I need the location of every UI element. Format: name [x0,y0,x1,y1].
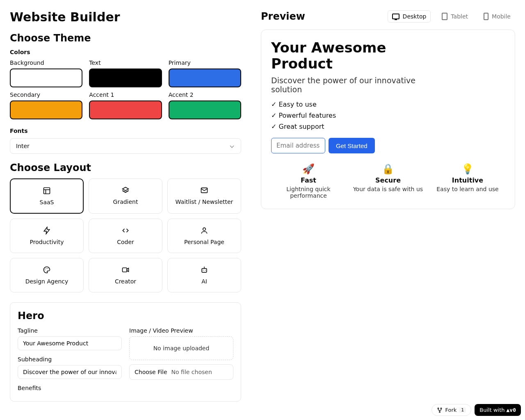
image-preview-label: Image / Video Preview [129,327,233,334]
preview-hero-subtitle: Discover the power of our innovative sol… [271,76,443,94]
feature-title: Fast [271,176,346,184]
layout-label: Productivity [30,239,64,245]
color-swatch-accent 1[interactable] [89,100,162,119]
layout-card-personal-page[interactable]: Personal Page [167,219,241,253]
device-mobile-label: Mobile [492,13,511,20]
code-icon [121,226,130,235]
choose-theme-heading: Choose Theme [10,32,241,44]
feature-desc: Easy to learn and use [430,186,505,192]
layout-card-gradient[interactable]: Gradient [89,178,162,214]
file-input[interactable]: Choose File No file chosen [129,364,233,380]
device-tablet-label: Tablet [451,13,468,20]
preview-benefit-item: Great support [271,123,505,130]
palette-icon [43,266,51,274]
color-label-0: Background [10,59,82,66]
mobile-icon [484,13,488,20]
fork-count: 1 [459,407,466,413]
color-swatch-text[interactable] [89,68,162,87]
choose-file-button[interactable]: Choose File [135,369,167,375]
tablet-icon [442,13,447,20]
choose-layout-heading: Choose Layout [10,162,241,173]
color-swatch-accent 2[interactable] [169,100,241,119]
chevron-down-icon [229,143,235,149]
layout-card-saas[interactable]: SaaS [10,178,84,214]
fonts-label: Fonts [10,128,241,134]
layout-label: Creator [115,278,136,285]
bot-icon [200,266,208,274]
user-icon [200,226,208,235]
colors-label: Colors [10,49,241,55]
preview-benefit-item: Easy to use [271,100,505,108]
device-desktop-button[interactable]: Desktop [388,10,431,23]
feature-desc: Lightning quick performance [271,186,346,199]
layout-label: Personal Page [184,239,224,245]
font-select-value: Inter [16,143,30,149]
layout-card-coder[interactable]: Coder [89,219,162,253]
layout-card-ai[interactable]: AI [167,258,241,292]
layers-icon [121,186,130,194]
device-mobile-button[interactable]: Mobile [479,10,515,23]
layout-icon [43,187,51,195]
hero-heading: Hero [18,310,233,322]
layout-label: Coder [117,239,134,245]
desktop-icon [392,14,399,19]
built-with-brand: ▲v0 [507,407,516,413]
feature-icon: 🔒 [351,163,425,175]
feature-icon: 💡 [430,163,505,175]
fork-label: Fork [445,407,457,413]
image-upload-dropzone[interactable]: No image uploaded [129,336,233,360]
preview-feature: 💡 Intuitive Easy to learn and use [430,163,505,199]
color-label-3: Secondary [10,91,82,98]
device-tablet-button[interactable]: Tablet [437,10,472,23]
layout-card-waitlist-newsletter[interactable]: Waitlist / Newsletter [167,178,241,214]
fork-button[interactable]: Fork 1 [431,404,471,416]
preview-title: Preview [261,11,305,22]
color-label-2: Primary [169,59,241,66]
subheading-label: Subheading [18,356,122,363]
preview-cta-button[interactable]: Get Started [329,138,375,153]
preview-benefit-item: Powerful features [271,112,505,119]
preview-feature: 🚀 Fast Lightning quick performance [271,163,346,199]
layout-label: AI [201,278,207,285]
video-icon [121,266,130,274]
feature-title: Secure [351,176,425,184]
layout-label: Waitlist / Newsletter [176,199,233,205]
preview-hero-title: Your Awesome Product [271,40,402,72]
color-label-5: Accent 2 [169,91,241,98]
color-label-1: Text [89,59,162,66]
svg-point-0 [438,408,439,409]
preview-frame: Your Awesome Product Discover the power … [261,30,515,209]
tagline-input[interactable] [18,336,122,350]
fork-icon [437,407,443,413]
mail-icon [200,186,208,194]
color-label-4: Accent 1 [89,91,162,98]
layout-card-productivity[interactable]: Productivity [10,219,84,253]
svg-point-1 [441,408,442,409]
subheading-input[interactable] [18,365,122,379]
color-swatch-secondary[interactable] [10,100,82,119]
preview-feature: 🔒 Secure Your data is safe with us [351,163,425,199]
device-desktop-label: Desktop [403,13,427,20]
color-swatch-primary[interactable] [169,68,241,87]
color-swatch-background[interactable] [10,68,82,87]
feature-icon: 🚀 [271,163,346,175]
layout-card-design-agency[interactable]: Design Agency [10,258,84,292]
svg-point-2 [439,411,441,413]
preview-email-input[interactable] [271,138,325,153]
layout-label: Design Agency [25,278,68,285]
zap-icon [43,226,51,235]
layout-label: Gradient [113,199,138,205]
built-with-badge[interactable]: Built with ▲v0 [475,404,521,416]
feature-desc: Your data is safe with us [351,186,425,192]
feature-title: Intuitive [430,176,505,184]
built-with-label: Built with [479,407,504,413]
tagline-label: Tagline [18,327,122,334]
file-status: No file chosen [171,369,212,375]
app-title: Website Builder [10,10,241,24]
font-select[interactable]: Inter [10,138,241,154]
layout-label: SaaS [40,199,54,205]
layout-card-creator[interactable]: Creator [89,258,162,292]
benefits-label: Benefits [18,385,122,391]
